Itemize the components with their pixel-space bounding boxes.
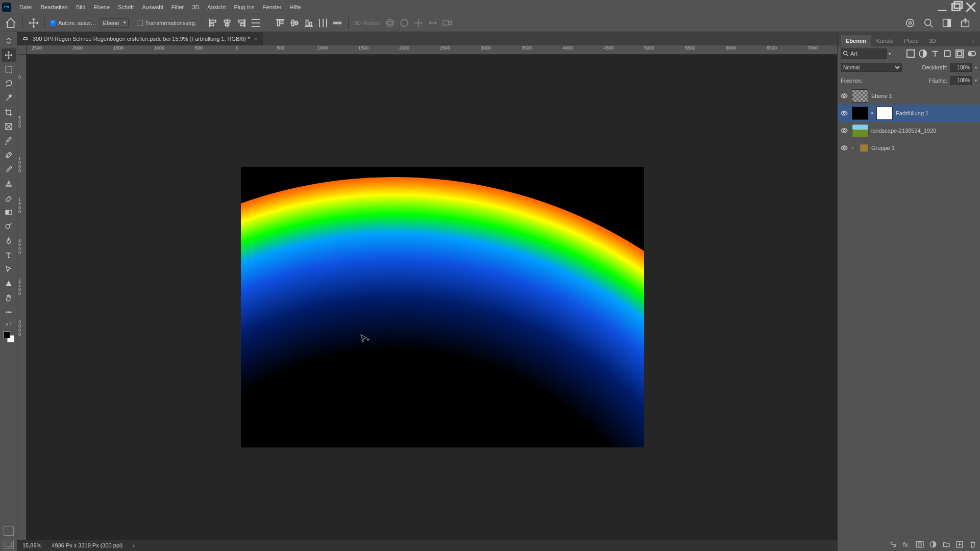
pen-tool[interactable] bbox=[2, 234, 16, 247]
align-vcenter-icon[interactable] bbox=[289, 17, 300, 29]
blend-mode-dropdown[interactable]: Normal bbox=[841, 63, 902, 72]
layer-thumbnail[interactable] bbox=[852, 89, 868, 103]
status-arrow-icon[interactable]: › bbox=[133, 542, 135, 548]
status-zoom[interactable]: 15,89% bbox=[22, 542, 41, 548]
menu-datei[interactable]: Datei bbox=[15, 2, 37, 12]
panel-tab-3d[interactable]: 3D bbox=[924, 35, 941, 46]
menu-schrift[interactable]: Schrift bbox=[114, 2, 138, 12]
healing-tool[interactable] bbox=[2, 148, 16, 162]
auto-select-target-dropdown[interactable]: Ebene bbox=[100, 18, 129, 28]
visibility-toggle[interactable] bbox=[840, 127, 849, 134]
ruler-horizontal[interactable]: 2500200015001000500050010001500200025003… bbox=[27, 45, 837, 55]
panel-tab-ebenen[interactable]: Ebenen bbox=[841, 35, 871, 46]
ruler-vertical[interactable]: 05 0 01 0 0 01 5 0 02 0 0 02 5 0 03 0 0 … bbox=[17, 55, 27, 540]
eyedropper-tool[interactable] bbox=[2, 134, 16, 147]
add-adjustment-icon[interactable] bbox=[929, 540, 937, 548]
align-bottom-icon[interactable] bbox=[303, 17, 314, 29]
dodge-tool[interactable] bbox=[2, 220, 16, 233]
close-tab-icon[interactable]: × bbox=[254, 36, 257, 42]
path-select-tool[interactable] bbox=[2, 263, 16, 276]
status-doc-info[interactable]: 4936 Px x 3319 Px (300 ppi) bbox=[52, 542, 122, 548]
canvas[interactable] bbox=[241, 167, 644, 447]
shape-tool[interactable] bbox=[2, 277, 16, 290]
window-restore-icon[interactable] bbox=[950, 3, 963, 12]
filter-toggle[interactable] bbox=[967, 48, 977, 59]
layer-name[interactable]: Ebene 1 bbox=[871, 93, 892, 99]
type-tool[interactable] bbox=[2, 248, 16, 262]
quick-mask-toggle[interactable] bbox=[4, 527, 14, 536]
magic-wand-tool[interactable] bbox=[2, 91, 16, 105]
more-options-icon[interactable] bbox=[332, 17, 343, 29]
menu-ebene[interactable]: Ebene bbox=[89, 2, 114, 12]
panel-tab-kanaele[interactable]: Kanäle bbox=[871, 35, 899, 46]
layer-row[interactable]: Ebene 1 bbox=[838, 87, 980, 105]
menu-hilfe[interactable]: Hilfe bbox=[285, 2, 305, 12]
link-layers-icon[interactable] bbox=[889, 540, 897, 548]
align-hcenter-icon[interactable] bbox=[222, 17, 233, 29]
layer-name[interactable]: Farbfüllung 1 bbox=[896, 110, 928, 116]
edit-toolbar-icon[interactable] bbox=[2, 306, 16, 319]
menu-3d[interactable]: 3D bbox=[188, 2, 203, 12]
window-close-icon[interactable] bbox=[964, 3, 977, 12]
filter-pixel-icon[interactable] bbox=[905, 48, 916, 59]
layer-thumbnail[interactable] bbox=[852, 124, 868, 137]
ruler-origin[interactable] bbox=[17, 45, 27, 55]
layer-fx-icon[interactable]: fx bbox=[902, 540, 911, 548]
layer-row[interactable]: landscape-2130524_1920 bbox=[838, 122, 980, 139]
visibility-toggle[interactable] bbox=[840, 144, 849, 152]
filter-adjust-icon[interactable] bbox=[918, 48, 928, 59]
color-swatches[interactable] bbox=[3, 331, 14, 342]
color-swap-icon[interactable] bbox=[2, 320, 16, 327]
fill-thumbnail[interactable] bbox=[852, 107, 868, 120]
home-icon[interactable] bbox=[4, 16, 17, 30]
visibility-toggle[interactable] bbox=[840, 92, 849, 99]
move-tool[interactable] bbox=[2, 48, 16, 62]
filter-type-icon[interactable] bbox=[930, 48, 940, 59]
workspace-icon[interactable] bbox=[941, 17, 952, 29]
distribute-icon[interactable] bbox=[250, 17, 261, 29]
gradient-tool[interactable] bbox=[2, 206, 16, 219]
distribute-v-icon[interactable] bbox=[317, 17, 329, 29]
menu-bearbeiten[interactable]: Bearbeiten bbox=[37, 2, 72, 12]
layer-row[interactable]: ⚭ Farbfüllung 1 bbox=[838, 105, 980, 122]
window-minimize-icon[interactable] bbox=[936, 3, 949, 12]
layer-name[interactable]: landscape-2130524_1920 bbox=[871, 128, 936, 134]
delete-layer-icon[interactable] bbox=[969, 540, 977, 548]
auto-select-checkbox[interactable]: Autom. ausw… bbox=[50, 20, 96, 26]
document-tab[interactable]: 300 DPI Regen Schnee Regenbogen erstelle… bbox=[17, 32, 263, 45]
layer-name[interactable]: Gruppe 1 bbox=[871, 145, 895, 151]
visibility-toggle[interactable] bbox=[840, 110, 849, 117]
stamp-tool[interactable] bbox=[2, 177, 16, 190]
brush-tool[interactable] bbox=[2, 163, 16, 176]
canvas-viewport[interactable] bbox=[27, 55, 837, 540]
screen-mode-toggle[interactable] bbox=[4, 540, 14, 549]
search-icon[interactable] bbox=[923, 17, 934, 29]
fill-input[interactable] bbox=[950, 76, 972, 85]
panel-tab-pfade[interactable]: Pfade bbox=[899, 35, 924, 46]
crop-tool[interactable] bbox=[2, 106, 16, 119]
share-icon[interactable] bbox=[960, 17, 971, 29]
align-right-icon[interactable] bbox=[236, 17, 247, 29]
group-expand-icon[interactable]: › bbox=[852, 145, 857, 151]
toolbar-collapse-icon[interactable] bbox=[2, 34, 16, 47]
cloud-docs-icon[interactable] bbox=[904, 17, 916, 29]
eraser-tool[interactable] bbox=[2, 191, 16, 205]
add-mask-icon[interactable] bbox=[916, 540, 924, 548]
align-top-icon[interactable] bbox=[275, 17, 286, 29]
hand-tool[interactable] bbox=[2, 291, 16, 305]
align-left-icon[interactable] bbox=[207, 17, 218, 29]
menu-ansicht[interactable]: Ansicht bbox=[203, 2, 230, 12]
menu-auswahl[interactable]: Auswahl bbox=[138, 2, 167, 12]
add-layer-icon[interactable] bbox=[955, 540, 964, 548]
marquee-tool[interactable] bbox=[2, 63, 16, 76]
menu-bild[interactable]: Bild bbox=[72, 2, 89, 12]
move-tool-icon[interactable] bbox=[28, 17, 39, 29]
filter-shape-icon[interactable] bbox=[942, 48, 952, 59]
add-group-icon[interactable] bbox=[942, 540, 950, 548]
panel-menu-icon[interactable]: ≡ bbox=[967, 35, 980, 46]
mask-thumbnail[interactable] bbox=[876, 107, 893, 120]
frame-tool[interactable] bbox=[2, 120, 16, 133]
filter-smart-icon[interactable] bbox=[954, 48, 965, 59]
menu-plugins[interactable]: Plug-ins bbox=[230, 2, 258, 12]
mask-link-icon[interactable]: ⚭ bbox=[870, 111, 874, 116]
